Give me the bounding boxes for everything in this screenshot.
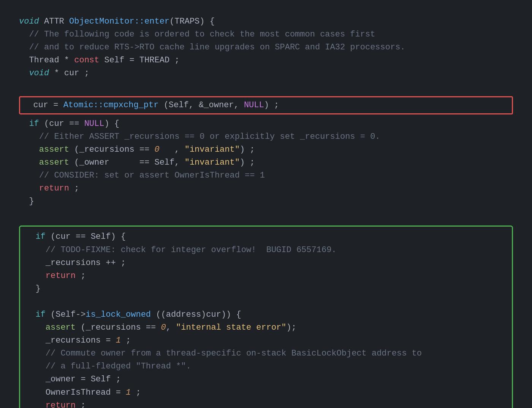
fn-is-lock-owned: is_lock_owned [86,310,151,319]
code-line-if-null: if (cur == NULL) { [19,117,513,130]
code-line-if-lock-owned: if (Self->is_lock_owned ((address)cur)) … [25,308,507,321]
string-invariant-2: "invariant" [185,158,240,167]
comment-7: // a full-fledged "Thread *". [25,362,191,371]
code-line-if-self: if (cur == Self) { [25,230,507,243]
code-line-5: void * cur ; [19,67,513,80]
code-line-comment-commute-2: // a full-fledged "Thread *". [25,360,507,373]
code-line-assert-1: assert (_recursions == 0 , "invariant") … [19,143,513,156]
red-highlight-box: cur = Atomic::cmpxchg_ptr (Self, &_owner… [19,96,513,114]
string-internal-state-error: "internal state error" [176,323,286,332]
keyword-if-1: if [19,119,39,129]
assert-keyword-1: assert [19,145,69,154]
code-line-assert-2: assert (_owner == Self, "invariant") ; [19,156,513,169]
assert-keyword-2: assert [19,158,69,167]
keyword-return-2: return [25,271,76,281]
keyword-if-3: if [25,310,46,319]
code-line-recursions-assign: _recursions = 1 ; [25,334,507,347]
code-line-comment-commute-1: // Commute owner from a thread-specific … [25,347,507,360]
code-line-owner-assign: _owner = Self ; [25,373,507,386]
code-line-empty-3 [25,295,507,308]
code-line-comment-consider: // CONSIDER: set or assert OwnerIsThread… [19,169,513,182]
code-line-close-brace-1: } [19,195,513,208]
keyword-return-1: return [19,184,69,193]
comment-3: // Either ASSERT _recursions == 0 or exp… [19,132,380,141]
code-line-empty-1 [19,80,513,93]
code-line-4: Thread * const Self = THREAD ; [19,54,513,67]
comment-6: // Commute owner from a thread-specific … [25,349,422,358]
code-line-return-2: return ; [25,270,507,283]
code-line-return-3: return ; [25,399,507,408]
keyword-return-3: return [25,401,76,408]
code-line-close-brace-2: } [25,283,507,295]
code-line-recursions-inc: _recursions ++ ; [25,257,507,270]
assert-keyword-3: assert [25,323,76,332]
code-line-empty-2 [19,208,513,221]
code-line-return-1: return ; [19,182,513,195]
code-line-1: void ATTR ObjectMonitor::enter(TRAPS) { [19,15,513,28]
keyword-void: void [19,17,39,26]
keyword-void-2: void [19,68,49,78]
keyword-null: NULL [244,100,264,110]
fn-atomic-cmpxchg: Atomic::cmpxchg_ptr [63,100,159,110]
code-line-comment-assert: // Either ASSERT _recursions == 0 or exp… [19,130,513,143]
comment-1: // The following code is ordered to chec… [19,30,375,39]
code-editor: void ATTR ObjectMonitor::enter(TRAPS) { … [8,8,524,408]
number-one-2: 1 [126,388,131,397]
keyword-const: const [74,56,99,65]
code-line-2: // The following code is ordered to chec… [19,28,513,41]
code-line-atomic: cur = Atomic::cmpxchg_ptr (Self, &_owner… [23,99,509,112]
number-zero-1: 0 [154,145,159,154]
string-invariant-1: "invariant" [185,145,240,154]
number-zero-2: 0 [161,323,166,332]
code-line-owneristhread-assign: OwnerIsThread = 1 ; [25,386,507,399]
comment-5: // TODO-FIXME: check for integer overflo… [25,245,337,255]
fn-objectmonitor-enter: ObjectMonitor::enter [69,17,169,26]
comment-4: // CONSIDER: set or assert OwnerIsThread… [19,171,265,180]
green-highlight-box: if (cur == Self) { // TODO-FIXME: check … [19,225,513,408]
keyword-if-2: if [25,232,46,241]
code-line-assert-3: assert (_recursions == 0, "internal stat… [25,321,507,334]
comment-2: // and to reduce RTS->RTO cache line upg… [19,43,405,52]
code-line-3: // and to reduce RTS->RTO cache line upg… [19,41,513,54]
number-one: 1 [116,336,121,345]
code-line-comment-todo: // TODO-FIXME: check for integer overflo… [25,244,507,257]
keyword-null-2: NULL [84,119,104,129]
